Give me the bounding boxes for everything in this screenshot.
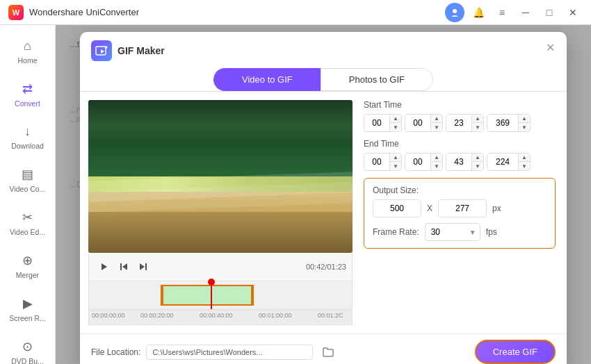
file-location-label: File Location: (91, 347, 140, 357)
output-height-input[interactable] (438, 199, 487, 217)
menu-icon[interactable]: ≡ (492, 3, 512, 22)
timeline-needle[interactable] (211, 281, 212, 309)
end-time-section: End Time ▲ ▼ (364, 139, 556, 171)
ruler-mark-4: 00:01:2C (318, 312, 343, 319)
start-time-section: Start Time ▲ ▼ (364, 100, 556, 132)
convert-icon: ⇄ (22, 81, 33, 97)
modal-close-button[interactable]: ✕ (542, 39, 558, 56)
end-min-input[interactable] (405, 154, 430, 170)
play-button[interactable] (95, 257, 114, 276)
titlebar: W Wondershare UniConverter 🔔 ≡ ─ □ ✕ (0, 0, 591, 25)
timeline-handle-left[interactable] (161, 285, 163, 306)
start-min-down[interactable]: ▼ (431, 123, 442, 131)
tab-photos-to-gif[interactable]: Photos to GIF (321, 68, 433, 91)
start-hour-spinner[interactable]: ▲ ▼ (364, 114, 402, 132)
svg-point-0 (453, 9, 457, 13)
minimize-button[interactable]: ─ (516, 3, 535, 22)
sidebar-item-convert[interactable]: ⇄ Convert (4, 74, 51, 115)
home-icon: ⌂ (24, 39, 31, 53)
user-icon[interactable] (445, 3, 464, 22)
start-ms-up[interactable]: ▲ (519, 115, 530, 123)
playback-time: 00:42/01:23 (306, 263, 346, 271)
frame-rate-row: Frame Rate: 15 24 30 60 ▼ (373, 223, 547, 241)
end-ms-spinner[interactable]: ▲ ▼ (487, 153, 531, 171)
start-min-up[interactable]: ▲ (431, 115, 442, 123)
end-min-down[interactable]: ▼ (431, 162, 442, 170)
end-hour-spinner[interactable]: ▲ ▼ (364, 153, 402, 171)
video-preview-panel: 00:42/01:23 (88, 100, 353, 325)
ruler-mark-2: 00:00:40:00 (200, 312, 233, 319)
start-sec-input[interactable] (446, 115, 471, 131)
app-title: Wondershare UniConverter (29, 7, 445, 17)
ruler-mark-0: 00:00:00:00 (92, 312, 125, 319)
modal-overlay: GIF Maker ✕ Video to GIF Photos to GIF (56, 25, 591, 364)
start-hour-input[interactable] (364, 115, 389, 131)
next-frame-button[interactable] (133, 257, 153, 276)
start-sec-up[interactable]: ▲ (472, 115, 483, 123)
maximize-button[interactable]: □ (540, 3, 559, 22)
start-time-label: Start Time (364, 100, 556, 110)
modal-body: 00:42/01:23 (80, 92, 567, 333)
sidebar-item-video-compress[interactable]: ▤ Video Co... (4, 160, 51, 200)
modal-header: GIF Maker ✕ (80, 32, 567, 61)
start-hour-down[interactable]: ▼ (390, 123, 401, 131)
content-area: ...tor 🔴 ...metadata ...metadata ...CD. (56, 25, 591, 364)
bell-icon[interactable]: 🔔 (469, 3, 488, 22)
merger-icon: ⊕ (22, 253, 33, 268)
end-sec-down[interactable]: ▼ (472, 162, 483, 170)
svg-marker-3 (102, 263, 107, 270)
svg-rect-6 (145, 263, 147, 270)
window-controls: 🔔 ≡ ─ □ ✕ (445, 3, 583, 22)
fps-wrapper: 15 24 30 60 ▼ (425, 223, 480, 241)
end-time-label: End Time (364, 139, 556, 149)
end-ms-down[interactable]: ▼ (519, 162, 530, 170)
create-gif-button[interactable]: Create GIF (475, 340, 556, 364)
modal-title: GIF Maker (118, 45, 165, 56)
prev-frame-button[interactable] (114, 257, 133, 276)
end-sec-input[interactable] (446, 154, 471, 170)
end-hour-down[interactable]: ▼ (390, 162, 401, 170)
end-min-spinner[interactable]: ▲ ▼ (405, 153, 443, 171)
video-beach-scene (88, 100, 353, 253)
end-hour-up[interactable]: ▲ (390, 154, 401, 162)
sidebar-item-dvd-burn[interactable]: ⊙ DVD Bu... (4, 332, 51, 364)
start-min-spinner[interactable]: ▲ ▼ (405, 114, 443, 132)
compress-icon: ▤ (22, 167, 33, 182)
screen-record-icon: ▶ (23, 296, 33, 311)
start-hour-up[interactable]: ▲ (390, 115, 401, 123)
sidebar-item-video-edit[interactable]: ✂ Video Ed... (4, 203, 51, 243)
output-size-box: Output Size: X px Frame Rate: (364, 178, 556, 249)
file-location-input[interactable] (146, 345, 313, 360)
end-hour-input[interactable] (364, 154, 389, 170)
start-ms-input[interactable] (487, 115, 518, 131)
folder-browse-button[interactable] (318, 342, 338, 362)
end-min-up[interactable]: ▲ (431, 154, 442, 162)
start-ms-down[interactable]: ▼ (519, 123, 530, 131)
end-min-arrows: ▲ ▼ (430, 154, 442, 170)
start-ms-spinner[interactable]: ▲ ▼ (487, 114, 531, 132)
sidebar-item-merger[interactable]: ⊕ Merger (4, 246, 51, 286)
end-ms-input[interactable] (487, 154, 518, 170)
timeline-selection[interactable] (162, 285, 252, 306)
sidebar-item-download[interactable]: ↓ Download (4, 117, 51, 157)
timeline-handle-right[interactable] (251, 285, 254, 306)
tab-video-to-gif[interactable]: Video to GIF (213, 68, 321, 91)
timeline-track[interactable] (89, 281, 352, 309)
start-sec-spinner[interactable]: ▲ ▼ (446, 114, 484, 132)
fps-select[interactable]: 15 24 30 60 (425, 223, 480, 241)
end-ms-arrows: ▲ ▼ (518, 154, 530, 170)
sidebar-item-screen-record[interactable]: ▶ Screen R... (4, 289, 51, 329)
video-frame (88, 100, 353, 253)
svg-point-2 (106, 46, 107, 47)
end-sec-up[interactable]: ▲ (472, 154, 483, 162)
end-sec-spinner[interactable]: ▲ ▼ (446, 153, 484, 171)
tab-bar: Video to GIF Photos to GIF (80, 61, 567, 92)
timeline-container: 00:00:00:00 00:00:20:00 00:00:40:00 00:0… (88, 281, 353, 325)
end-ms-up[interactable]: ▲ (519, 154, 530, 162)
svg-marker-7 (140, 263, 145, 270)
output-width-input[interactable] (373, 199, 421, 217)
start-sec-down[interactable]: ▼ (472, 123, 483, 131)
start-min-input[interactable] (405, 115, 430, 131)
sidebar-item-home[interactable]: ⌂ Home (4, 32, 51, 72)
close-button[interactable]: ✕ (563, 3, 583, 22)
